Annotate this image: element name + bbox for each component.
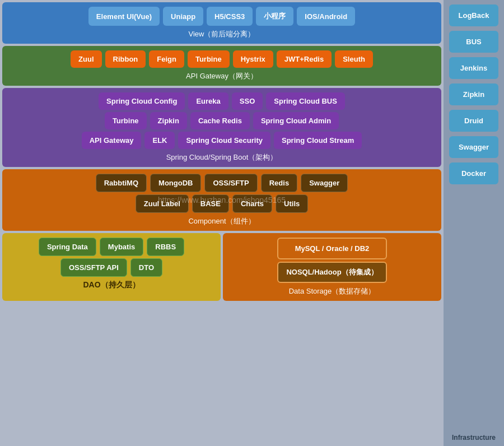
- chip-sleuth[interactable]: Sleuth: [335, 50, 373, 68]
- chip-spring-cloud-config[interactable]: Spring Cloud Config: [99, 92, 185, 110]
- chip-ios/android[interactable]: IOS/Android: [297, 7, 355, 26]
- view-section: Element UI(Vue)UniappH5/CSS3小程序IOS/Andro…: [2, 2, 441, 44]
- dao-label: DAO（持久层）: [8, 280, 215, 290]
- chip-mongodb[interactable]: MongoDB: [150, 174, 201, 192]
- chip-base[interactable]: BASE: [192, 194, 229, 213]
- chip-oss/sftp[interactable]: OSS/SFTP: [204, 174, 257, 192]
- sidebar-logback-button[interactable]: LogBack: [449, 4, 498, 26]
- gateway-label: API Gateway（网关）: [8, 71, 436, 81]
- infrastructure-label: Infrastructure: [452, 429, 496, 442]
- chip-nosql/hadoop（待集成）[interactable]: NOSQL/Hadoop（待集成）: [277, 262, 386, 283]
- component-section: https://www.huzhan.com/ishop45165 Rabbti…: [2, 169, 441, 231]
- chip-redis[interactable]: Redis: [261, 174, 297, 192]
- storage-section: MySQL / Oracle / DB2 NOSQL/Hadoop（待集成） D…: [223, 233, 441, 301]
- view-chips-row: Element UI(Vue)UniappH5/CSS3小程序IOS/Andro…: [8, 7, 436, 26]
- component-chips-row1: RabbtiMQMongoDBOSS/SFTPRedisSwagger: [8, 174, 436, 192]
- chip-swagger[interactable]: Swagger: [301, 174, 348, 192]
- chip-turbine[interactable]: Turbine: [105, 112, 147, 129]
- sidebar-druid-button[interactable]: Druid: [449, 110, 498, 132]
- bottom-sections: Spring DataMybatisRBBS OSS/SFTP APIDTO D…: [2, 233, 441, 301]
- chip-zuul[interactable]: Zuul: [71, 50, 101, 68]
- gateway-chips-row: ZuulRibbonFeignTurbineHystrixJWT+RedisSl…: [8, 50, 436, 68]
- chip-turbine[interactable]: Turbine: [188, 50, 230, 68]
- component-label: Component（组件）: [8, 216, 436, 226]
- chip-oss/sftp-api[interactable]: OSS/SFTP API: [60, 258, 127, 277]
- sidebar-zipkin-button[interactable]: Zipkin: [449, 83, 498, 105]
- chip-hystrix[interactable]: Hystrix: [233, 50, 273, 68]
- chip-mybatis[interactable]: Mybatis: [100, 238, 143, 256]
- gateway-section: ZuulRibbonFeignTurbineHystrixJWT+RedisSl…: [2, 46, 441, 86]
- chip-jwt+redis[interactable]: JWT+Redis: [277, 50, 332, 68]
- spring-chips-row2: TurbineZipkinCache RedisSpring Cloud Adm…: [8, 112, 436, 129]
- view-label: View（前后端分离）: [8, 29, 436, 39]
- sidebar-bus-button[interactable]: BUS: [449, 31, 498, 53]
- chip-charts[interactable]: Charts: [232, 194, 272, 213]
- sidebar: LogBack BUS Jenkins Zipkin Druid Swagger…: [444, 0, 504, 446]
- chip-api-gateway[interactable]: API Gateway: [82, 132, 142, 149]
- chip-utils[interactable]: Utils: [276, 194, 308, 213]
- chip-feign[interactable]: Feign: [149, 50, 184, 68]
- chip-elk[interactable]: ELK: [144, 132, 175, 149]
- chip-element-ui(vue)[interactable]: Element UI(Vue): [88, 7, 160, 26]
- chip-eureka[interactable]: Eureka: [188, 92, 228, 110]
- component-chips-row2: Zuul LabelBASEChartsUtils: [8, 194, 436, 213]
- chip-spring-data[interactable]: Spring Data: [39, 238, 96, 256]
- chip-spring-cloud-admin[interactable]: Spring Cloud Admin: [253, 112, 339, 129]
- chip-h5/css3[interactable]: H5/CSS3: [207, 7, 253, 26]
- chip-spring-cloud-bus[interactable]: Spring Cloud BUS: [266, 92, 345, 110]
- chip-dto[interactable]: DTO: [130, 258, 162, 277]
- chip-uniapp[interactable]: Uniapp: [163, 7, 203, 26]
- chip-zuul-label[interactable]: Zuul Label: [136, 194, 189, 213]
- spring-section: Spring Cloud ConfigEurekaSSOSpring Cloud…: [2, 88, 441, 167]
- storage-chips-row2: NOSQL/Hadoop（待集成）: [228, 262, 436, 283]
- chip-ribbon[interactable]: Ribbon: [105, 50, 146, 68]
- spring-chips-row1: Spring Cloud ConfigEurekaSSOSpring Cloud…: [8, 92, 436, 110]
- chip-rabbtimq[interactable]: RabbtiMQ: [96, 174, 147, 192]
- chip-mysql-/-oracle-/-db2[interactable]: MySQL / Oracle / DB2: [277, 238, 388, 259]
- dao-section: Spring DataMybatisRBBS OSS/SFTP APIDTO D…: [2, 233, 221, 301]
- dao-chips-row2: OSS/SFTP APIDTO: [8, 258, 215, 277]
- main-content: Element UI(Vue)UniappH5/CSS3小程序IOS/Andro…: [0, 0, 444, 446]
- chip-spring-cloud-stream[interactable]: Spring Cloud Stream: [274, 132, 362, 149]
- spring-chips-row3: API GatewayELKSpring Cloud SecuritySprin…: [8, 132, 436, 149]
- sidebar-jenkins-button[interactable]: Jenkins: [449, 57, 498, 79]
- storage-chips-row1: MySQL / Oracle / DB2: [228, 238, 436, 259]
- dao-chips-row1: Spring DataMybatisRBBS: [8, 238, 215, 256]
- chip-sso[interactable]: SSO: [232, 92, 263, 110]
- sidebar-docker-button[interactable]: Docker: [449, 162, 498, 184]
- chip-cache-redis[interactable]: Cache Redis: [190, 112, 250, 129]
- chip-rbbs[interactable]: RBBS: [147, 238, 184, 256]
- sidebar-swagger-button[interactable]: Swagger: [449, 136, 498, 158]
- spring-label: Spring Cloud/Spring Boot（架构）: [8, 152, 436, 162]
- chip-zipkin[interactable]: Zipkin: [150, 112, 187, 129]
- storage-label: Data Storage（数据存储）: [228, 286, 436, 296]
- chip-小程序[interactable]: 小程序: [256, 7, 293, 26]
- chip-spring-cloud-security[interactable]: Spring Cloud Security: [178, 132, 270, 149]
